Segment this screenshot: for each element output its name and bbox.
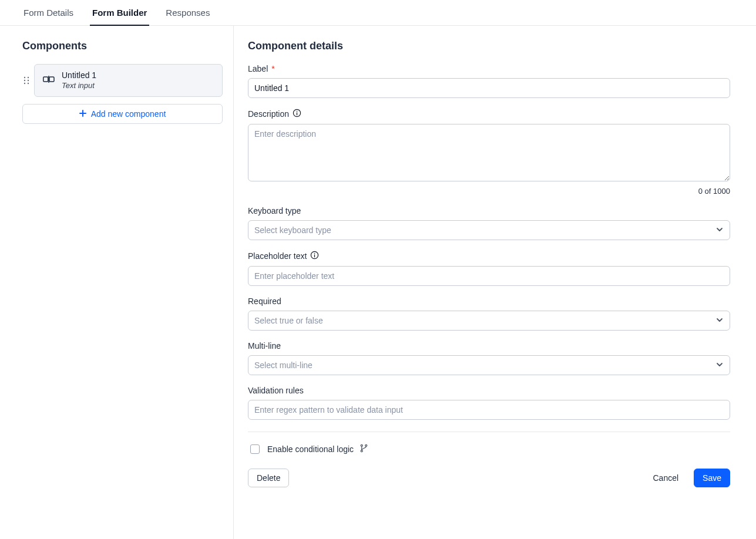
validation-rules-input[interactable]	[248, 400, 730, 420]
details-title: Component details	[248, 40, 730, 52]
placeholder-text-field: Placeholder text	[248, 251, 730, 286]
branch-icon	[359, 444, 368, 454]
action-bar: Delete Cancel Save	[248, 469, 730, 487]
placeholder-text-label: Placeholder text	[248, 251, 307, 261]
sidebar-title: Components	[22, 40, 223, 52]
required-select[interactable]: Select true or false	[248, 311, 730, 331]
component-subtitle: Text input	[62, 81, 96, 90]
description-field: Description 0 of 1000	[248, 109, 730, 196]
multiline-field: Multi-line Select multi-line	[248, 341, 730, 375]
svg-point-13	[297, 111, 298, 112]
drag-handle-icon[interactable]	[22, 76, 31, 85]
text-input-icon	[43, 75, 55, 86]
save-button[interactable]: Save	[694, 469, 730, 487]
keyboard-type-label: Keyboard type	[248, 206, 301, 215]
svg-point-16	[314, 253, 315, 254]
conditional-logic-row: Enable conditional logic	[248, 443, 730, 456]
add-component-label: Add new component	[91, 109, 166, 119]
component-title: Untitled 1	[62, 70, 96, 81]
tab-form-details[interactable]: Form Details	[21, 8, 76, 26]
required-label: Required	[248, 297, 281, 306]
svg-point-0	[24, 77, 25, 78]
description-field-label: Description	[248, 109, 289, 119]
required-indicator: *	[271, 64, 274, 73]
required-field: Required Select true or false	[248, 297, 730, 331]
conditional-logic-checkbox[interactable]	[250, 444, 260, 454]
svg-point-5	[28, 83, 29, 84]
component-details-panel: Component details Label * Description	[234, 26, 756, 539]
components-sidebar: Components	[0, 26, 234, 539]
component-text: Untitled 1 Text input	[62, 70, 96, 90]
svg-rect-6	[43, 77, 48, 82]
svg-point-4	[24, 83, 25, 84]
tabs: Form Details Form Builder Responses	[0, 0, 756, 26]
label-input[interactable]	[248, 78, 730, 98]
label-field: Label *	[248, 64, 730, 98]
add-component-button[interactable]: Add new component	[22, 104, 223, 124]
svg-point-3	[28, 80, 29, 81]
cancel-button[interactable]: Cancel	[644, 469, 687, 487]
divider	[248, 432, 730, 432]
validation-rules-field: Validation rules	[248, 386, 730, 420]
svg-point-2	[24, 80, 25, 81]
validation-rules-label: Validation rules	[248, 386, 304, 395]
tab-form-builder[interactable]: Form Builder	[90, 8, 149, 26]
workspace: Components	[0, 26, 756, 539]
multiline-select[interactable]: Select multi-line	[248, 355, 730, 375]
info-icon[interactable]	[293, 109, 301, 119]
label-field-label: Label	[248, 64, 268, 73]
svg-point-1	[28, 77, 29, 78]
plus-icon	[79, 109, 86, 119]
component-card[interactable]: Untitled 1 Text input	[34, 64, 223, 97]
info-icon[interactable]	[310, 251, 319, 261]
placeholder-text-input[interactable]	[248, 266, 730, 286]
conditional-logic-label: Enable conditional logic	[267, 444, 354, 454]
description-input[interactable]	[248, 124, 730, 181]
keyboard-type-select[interactable]: Select keyboard type	[248, 220, 730, 240]
delete-button[interactable]: Delete	[248, 469, 289, 487]
keyboard-type-field: Keyboard type Select keyboard type	[248, 206, 730, 240]
svg-rect-7	[49, 77, 54, 82]
component-row: Untitled 1 Text input	[22, 64, 223, 97]
multiline-label: Multi-line	[248, 341, 281, 351]
tab-responses[interactable]: Responses	[163, 8, 212, 26]
description-char-count: 0 of 1000	[248, 187, 730, 196]
